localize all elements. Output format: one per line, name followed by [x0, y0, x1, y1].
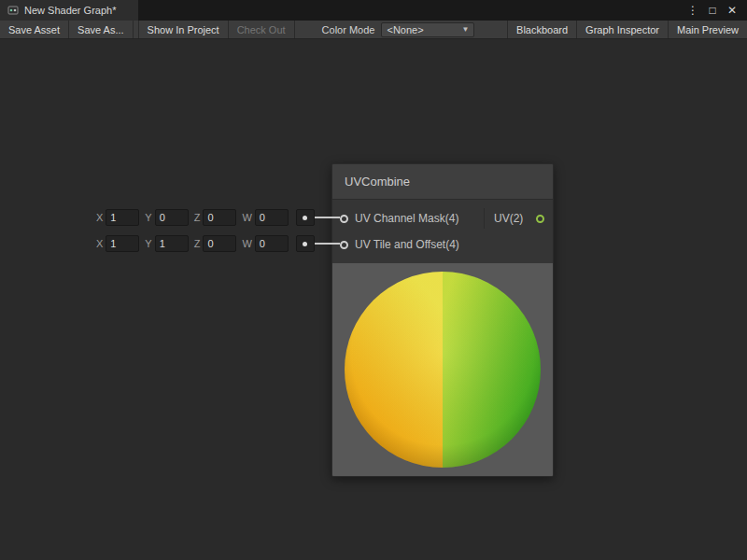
uv-preview-sphere: [345, 272, 541, 468]
axis-label: X: [96, 238, 103, 249]
connector-dot-icon: [303, 242, 307, 246]
input-port-label: UV Channel Mask(4): [355, 212, 458, 225]
color-mode-value: <None>: [387, 24, 458, 35]
save-as-button[interactable]: Save As...: [69, 21, 134, 38]
show-in-project-button[interactable]: Show In Project: [138, 21, 229, 38]
output-port-label: UV(2): [494, 212, 523, 225]
window-controls: ⋮ □ ✕: [686, 0, 747, 21]
vector-field-x[interactable]: 1: [106, 235, 139, 252]
port-connector[interactable]: [296, 209, 315, 226]
axis-label: Y: [145, 212, 151, 223]
axis-label: Z: [194, 238, 201, 249]
vector-field-y[interactable]: 0: [155, 209, 189, 226]
axis-label: Y: [145, 238, 151, 249]
vector-field-w[interactable]: 0: [255, 235, 289, 252]
vector-value: 0: [207, 238, 213, 249]
toolbar: Save Asset Save As... Show In Project Ch…: [0, 21, 747, 39]
input-row-tile-offset: UV Tile and Offset(4): [340, 234, 484, 255]
graph-canvas[interactable]: X 1 Y 0 Z 0 W 0 X 1 Y 1 Z 0 W 0 U: [0, 39, 747, 560]
vector-value: 1: [110, 238, 116, 249]
menu-icon[interactable]: ⋮: [686, 0, 699, 21]
input-port[interactable]: [340, 215, 348, 223]
blackboard-button[interactable]: Blackboard: [507, 21, 576, 38]
chevron-down-icon: ▼: [462, 25, 470, 34]
vector-value: 0: [260, 212, 265, 223]
connector-dot-icon: [303, 216, 307, 220]
vector-field-x[interactable]: 1: [106, 209, 139, 226]
graph-inspector-button[interactable]: Graph Inspector: [576, 21, 668, 38]
edge-uv-tile-offset[interactable]: [315, 243, 340, 245]
input-port-label: UV Tile and Offset(4): [355, 238, 459, 251]
vector-field-z[interactable]: 0: [203, 235, 236, 252]
vector-value: 0: [207, 212, 213, 223]
tab-title: New Shader Graph*: [24, 5, 116, 16]
node-output: UV(2): [484, 208, 553, 229]
vector-field-w[interactable]: 0: [255, 209, 289, 226]
vector-value: 0: [160, 212, 165, 223]
node-preview: [332, 263, 553, 476]
axis-label: W: [242, 212, 251, 223]
save-asset-button[interactable]: Save Asset: [0, 21, 69, 38]
output-port[interactable]: [536, 215, 544, 223]
axis-label: X: [96, 212, 103, 223]
input-port[interactable]: [340, 241, 348, 249]
document-tab[interactable]: New Shader Graph*: [0, 0, 138, 21]
vector-field-y[interactable]: 1: [155, 235, 189, 252]
vector-value: 1: [160, 238, 165, 249]
edge-uv-channel-mask[interactable]: [315, 217, 340, 218]
uvcombine-node[interactable]: UVCombine UV Channel Mask(4) UV Tile and…: [331, 163, 554, 477]
node-header[interactable]: UVCombine: [332, 164, 553, 200]
color-mode-group: Color Mode <None> ▼: [322, 21, 475, 38]
input-row-channel-mask: UV Channel Mask(4): [340, 208, 484, 229]
vector-value: 1: [110, 212, 116, 223]
check-out-button: Check Out: [229, 21, 295, 38]
title-bar: New Shader Graph* ⋮ □ ✕: [0, 0, 747, 21]
port-connector[interactable]: [296, 235, 315, 252]
color-mode-label: Color Mode: [322, 24, 375, 35]
color-mode-dropdown[interactable]: <None> ▼: [381, 22, 474, 37]
node-title: UVCombine: [345, 175, 410, 189]
vector-field-z[interactable]: 0: [203, 209, 236, 226]
axis-label: W: [242, 238, 251, 249]
node-ports: UV Channel Mask(4) UV Tile and Offset(4)…: [332, 200, 553, 263]
maximize-icon[interactable]: □: [706, 0, 719, 21]
close-icon[interactable]: ✕: [726, 0, 739, 21]
vector4-input-row-2: X 1 Y 1 Z 0 W 0: [96, 235, 315, 252]
shader-graph-icon: [7, 5, 19, 16]
shader-graph-window: New Shader Graph* ⋮ □ ✕ Save Asset Save …: [0, 0, 747, 560]
main-preview-button[interactable]: Main Preview: [668, 21, 747, 38]
vector4-input-row-1: X 1 Y 0 Z 0 W 0: [96, 209, 315, 226]
axis-label: Z: [194, 212, 201, 223]
vector-value: 0: [260, 238, 265, 249]
toolbar-spacer: [474, 21, 507, 38]
node-inputs: UV Channel Mask(4) UV Tile and Offset(4): [332, 200, 484, 263]
